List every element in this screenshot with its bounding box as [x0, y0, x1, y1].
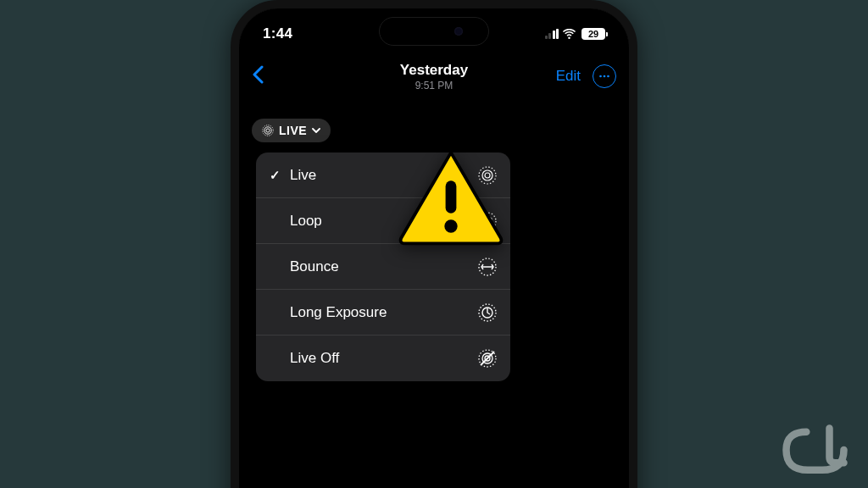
svg-point-0: [599, 75, 602, 78]
nav-title-group: Yesterday 9:51 PM: [400, 62, 468, 92]
svg-point-2: [607, 75, 609, 78]
svg-rect-17: [446, 180, 457, 213]
chevron-down-icon: [312, 128, 320, 134]
battery-icon: 29: [581, 28, 605, 40]
more-options-button[interactable]: [593, 64, 616, 88]
svg-point-3: [266, 129, 270, 132]
navigation-bar: Yesterday 9:51 PM Edit: [239, 55, 629, 97]
svg-point-4: [264, 127, 271, 134]
live-badge-label: LIVE: [279, 124, 307, 137]
phone-frame: 1:44 29 Yesterday 9:51 PM: [231, 0, 637, 488]
edit-button[interactable]: Edit: [556, 68, 581, 85]
warning-icon: [396, 148, 506, 246]
ellipsis-icon: [597, 69, 612, 84]
menu-label: Bounce: [290, 258, 478, 275]
watermark-logo: [779, 420, 851, 480]
dynamic-island: [379, 17, 489, 46]
bounce-icon: [478, 258, 497, 276]
screen: 1:44 29 Yesterday 9:51 PM: [239, 8, 629, 488]
svg-point-18: [444, 219, 457, 232]
menu-label: Long Exposure: [290, 304, 478, 321]
front-camera: [454, 27, 463, 36]
live-photo-icon: [262, 125, 274, 136]
cellular-signal-icon: [545, 29, 559, 39]
live-photo-badge[interactable]: LIVE: [252, 119, 331, 142]
menu-item-bounce[interactable]: Bounce: [256, 244, 510, 290]
live-off-icon: [478, 349, 497, 368]
nav-subtitle: 9:51 PM: [400, 80, 468, 92]
power-button: [629, 178, 632, 250]
nav-right: Edit: [556, 64, 616, 88]
checkmark-icon: ✓: [270, 168, 287, 183]
long-exposure-icon: [478, 303, 497, 322]
menu-label: Live Off: [290, 350, 478, 367]
menu-item-live-off[interactable]: Live Off: [256, 336, 510, 381]
status-time: 1:44: [263, 25, 292, 42]
status-right: 29: [545, 28, 606, 40]
back-button[interactable]: [252, 63, 264, 90]
svg-point-1: [604, 75, 606, 78]
menu-item-long-exposure[interactable]: Long Exposure: [256, 290, 510, 336]
nav-title: Yesterday: [400, 62, 468, 79]
battery-percent: 29: [588, 29, 598, 39]
wifi-icon: [562, 29, 576, 40]
